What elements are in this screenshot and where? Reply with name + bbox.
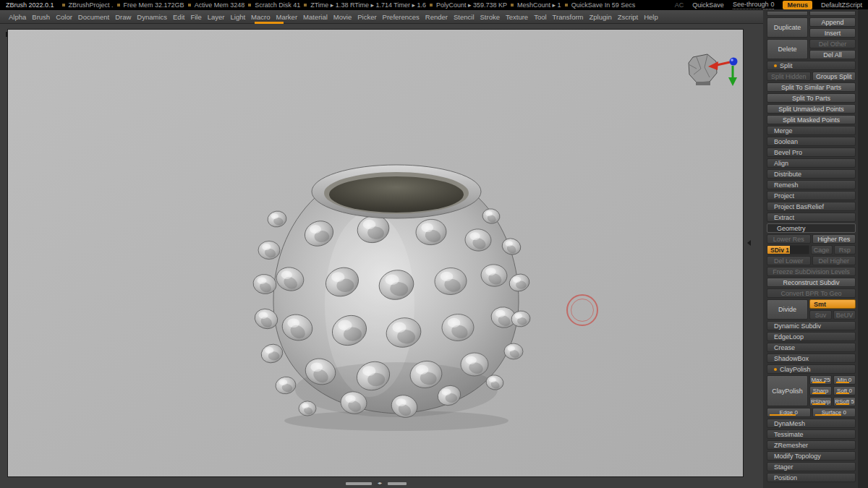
- separator-dot-icon: [430, 4, 433, 7]
- duplicate-button[interactable]: Duplicate: [767, 17, 808, 38]
- delete-button[interactable]: Delete: [767, 39, 808, 59]
- insert-button[interactable]: Insert: [809, 28, 856, 38]
- canvas-scroll-arrows-icon[interactable]: ◂▸: [374, 481, 386, 486]
- menu-color[interactable]: Color: [53, 12, 75, 22]
- section-crease[interactable]: Crease: [767, 343, 856, 352]
- panel-divider-left-arrow-icon[interactable]: [747, 240, 751, 246]
- split-to-parts-button[interactable]: Split To Parts: [767, 93, 856, 103]
- del-all-button[interactable]: Del All: [809, 50, 856, 59]
- beuv-button: BeUV: [833, 310, 856, 320]
- separator-dot-icon: [565, 4, 568, 7]
- menus-button[interactable]: Menus: [783, 1, 812, 9]
- sharp-slider[interactable]: Sharp: [809, 386, 832, 395]
- section-modify-topology[interactable]: Modify Topology: [767, 451, 856, 461]
- menu-brush[interactable]: Brush: [29, 12, 53, 22]
- higher-res-button[interactable]: Higher Res: [812, 234, 856, 244]
- section-dynamesh[interactable]: DynaMesh: [767, 419, 856, 428]
- titlebar-stat-zbrushproject: ZBrushProject .: [69, 1, 114, 9]
- rsp-button: Rsp: [834, 245, 856, 254]
- menu-preferences[interactable]: Preferences: [380, 12, 422, 22]
- quicksave-button[interactable]: QuickSave: [692, 1, 724, 9]
- sculpt-canvas[interactable]: [7, 29, 744, 477]
- soft-0-slider[interactable]: Soft 0: [833, 386, 856, 395]
- section-align[interactable]: Align: [767, 158, 856, 168]
- menu-light[interactable]: Light: [227, 12, 248, 22]
- menu-zplugin[interactable]: Zplugin: [587, 12, 615, 22]
- menu-material[interactable]: Material: [300, 12, 331, 22]
- cage-button: Cage: [811, 245, 833, 254]
- menu-document[interactable]: Document: [75, 12, 112, 22]
- groups-split-button[interactable]: Groups Split: [812, 72, 856, 81]
- subpalette-geometry[interactable]: Geometry: [767, 223, 856, 233]
- canvas-hscroll-left[interactable]: [346, 482, 372, 485]
- titlebar-controls: AC QuickSave See-through0 Menus DefaultZ…: [675, 1, 862, 9]
- menu-macro[interactable]: Macro: [248, 12, 273, 22]
- menu-layer[interactable]: Layer: [205, 12, 228, 22]
- smt-button[interactable]: Smt: [809, 299, 856, 309]
- canvas-hscroll-right[interactable]: [388, 482, 407, 485]
- menu-movie[interactable]: Movie: [331, 12, 354, 22]
- titlebar-stat-ztime-1-38-rtime-1-7: ZTime ▸ 1.38 RTime ▸ 1.714 Timer ▸ 1.6: [310, 1, 426, 9]
- section-project[interactable]: Project: [767, 191, 856, 200]
- split-masked-points-button[interactable]: Split Masked Points: [767, 115, 856, 124]
- menu-zscript[interactable]: Zscript: [615, 12, 642, 22]
- claypolish-button[interactable]: ClayPolish: [767, 375, 808, 406]
- separator-dot-icon: [511, 4, 514, 7]
- app-title: ZBrush 2022.0.1: [6, 1, 54, 9]
- section-tessimate[interactable]: Tessimate: [767, 429, 856, 439]
- section-split[interactable]: Split: [767, 61, 856, 70]
- surface-0-slider[interactable]: Surface 0: [812, 408, 856, 417]
- section-dynamic-subdiv[interactable]: Dynamic Subdiv: [767, 321, 856, 330]
- panel-scroll-gutter[interactable]: [858, 9, 868, 488]
- tool-panel: DuplicateAppendInsertDeleteDel OtherDel …: [763, 9, 858, 488]
- menu-render[interactable]: Render: [422, 12, 451, 22]
- menu-texture[interactable]: Texture: [503, 12, 531, 22]
- convert-bpr-to-geo-button: Convert BPR To Geo: [767, 288, 856, 298]
- menu-help[interactable]: Help: [641, 12, 661, 22]
- section-zremesher[interactable]: ZRemesher: [767, 440, 856, 450]
- section-extract[interactable]: Extract: [767, 213, 856, 222]
- menu-picker[interactable]: Picker: [354, 12, 379, 22]
- menu-draw[interactable]: Draw: [112, 12, 134, 22]
- see-through-value: 0: [770, 1, 774, 8]
- section-remesh[interactable]: Remesh: [767, 180, 856, 189]
- menu-stroke[interactable]: Stroke: [477, 12, 503, 22]
- menu-transform[interactable]: Transform: [550, 12, 587, 22]
- section-merge[interactable]: Merge: [767, 126, 856, 135]
- reconstruct-subdiv-button[interactable]: Reconstruct Subdiv: [767, 278, 856, 287]
- section-claypolish[interactable]: ClayPolish: [767, 364, 856, 374]
- min-0-slider[interactable]: Min 0: [833, 375, 856, 385]
- section-distribute[interactable]: Distribute: [767, 169, 856, 179]
- section-edgeloop[interactable]: EdgeLoop: [767, 332, 856, 341]
- section-position[interactable]: Position: [767, 473, 856, 482]
- menu-file[interactable]: File: [187, 12, 204, 22]
- menu-dynamics[interactable]: Dynamics: [134, 12, 170, 22]
- edge-0-slider[interactable]: Edge 0: [767, 408, 811, 417]
- menu-stencil[interactable]: Stencil: [451, 12, 477, 22]
- section-boolean[interactable]: Boolean: [767, 137, 856, 146]
- rsharp-slider[interactable]: RSharp: [809, 397, 832, 406]
- menu-tool[interactable]: Tool: [531, 12, 549, 22]
- see-through-slider[interactable]: See-through0: [733, 1, 775, 9]
- default-zscript-button[interactable]: DefaultZScript: [821, 1, 862, 9]
- split-unmasked-points-button[interactable]: Split Unmasked Points: [767, 104, 856, 114]
- menu-marker[interactable]: Marker: [273, 12, 301, 22]
- rsoft-5-slider[interactable]: RSoft 5: [833, 397, 856, 406]
- section-shadowbox[interactable]: ShadowBox: [767, 354, 856, 363]
- separator-dot-icon: [304, 4, 307, 7]
- divide-button[interactable]: Divide: [767, 299, 808, 320]
- viewport-chrome: ◂▸: [0, 24, 763, 488]
- section-stager[interactable]: Stager: [767, 462, 856, 471]
- max-25-slider[interactable]: Max 25: [809, 375, 832, 385]
- menu-alpha[interactable]: Alpha: [6, 12, 29, 22]
- sdiv-1-slider[interactable]: SDiv 1: [767, 245, 809, 254]
- section-project-basrelief[interactable]: Project BasRelief: [767, 202, 856, 211]
- split-to-similar-parts-button[interactable]: Split To Similar Parts: [767, 82, 856, 92]
- del-other-button: Del Other: [809, 39, 856, 48]
- append-button[interactable]: Append: [809, 17, 856, 27]
- titlebar-stats: ZBrush 2022.0.1 ZBrushProject .Free Mem …: [6, 1, 675, 9]
- model-3d: [8, 30, 744, 478]
- section-bevel-pro[interactable]: Bevel Pro: [767, 147, 856, 157]
- titlebar-stat-polycount-359-738-kp: PolyCount ▸ 359.738 KP: [436, 1, 507, 9]
- menu-edit[interactable]: Edit: [170, 12, 187, 22]
